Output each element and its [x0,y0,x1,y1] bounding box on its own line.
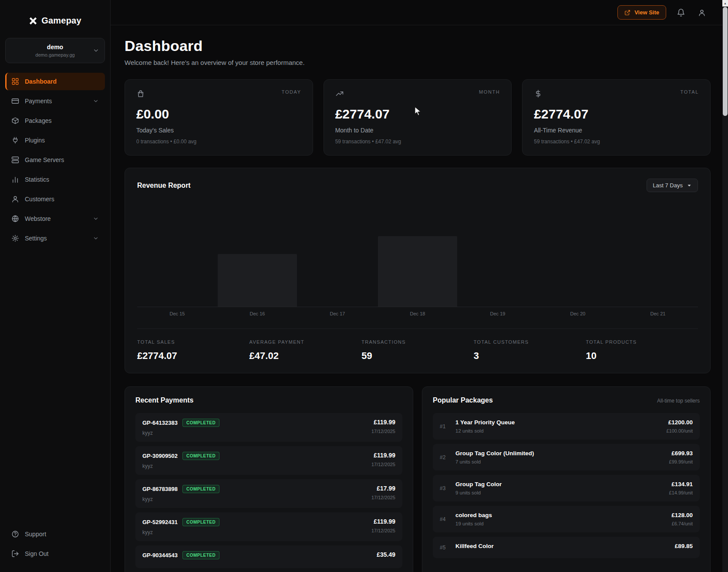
chart-column [377,199,458,307]
payment-status-badge: COMPLETED [182,452,219,460]
bell-icon [677,8,685,17]
summary-total-sales: TOTAL SALES £2774.07 [137,339,249,362]
payment-status-badge: COMPLETED [182,518,219,526]
scrollbar-thumb[interactable] [723,7,728,116]
revenue-chart-bars [137,199,698,307]
summary-value: 3 [474,350,586,362]
chart-tick-label: Dec 16 [217,311,297,316]
payment-id: GP-52992431 [142,519,178,525]
shopping-bag-icon [136,89,145,98]
sidebar-item-webstore[interactable]: Webstore [5,210,105,227]
package-rank: #3 [440,485,448,491]
summary-label: AVERAGE PAYMENT [249,339,362,345]
topbar: View Site [111,0,728,25]
payment-amount: £119.99 [371,419,395,426]
sidebar-item-label: Settings [25,235,47,242]
notifications-button[interactable] [675,7,687,19]
package-name: 1 Year Priority Queue [455,419,515,426]
bar-chart-icon [11,176,19,183]
revenue-summary: TOTAL SALES £2774.07 AVERAGE PAYMENT £47… [137,328,698,362]
payment-status-badge: COMPLETED [182,419,219,427]
chevron-down-icon [93,47,99,54]
chart-tick-label: Dec 15 [137,311,217,316]
bottom-panels: Recent Payments GP-64132383 COMPLETED ky… [125,386,711,572]
date-range-value: Last 7 Days [653,182,683,189]
summary-transactions: TRANSACTIONS 59 [361,339,474,362]
server-icon [11,156,19,164]
stat-cards: TODAY £0.00 Today's Sales 0 transactions… [125,79,711,156]
summary-label: TOTAL CUSTOMERS [474,339,586,345]
payment-row[interactable]: GP-64132383 COMPLETED kyyz £119.99 17/12… [135,413,402,442]
sidebar-item-statistics[interactable]: Statistics [5,171,105,188]
page-title: Dashboard [125,37,711,54]
payment-row[interactable]: GP-52992431 COMPLETED kyyz £119.99 17/12… [135,512,402,541]
summary-label: TOTAL SALES [137,339,249,345]
dollar-sign-icon [534,89,543,98]
sidebar-item-sign-out[interactable]: Sign Out [5,545,105,562]
chevron-down-icon [93,216,99,222]
chart-bar-dec-16 [218,254,297,307]
payment-amount: £119.99 [371,452,395,459]
scrollbar-up-arrow[interactable]: ▲ [722,0,728,7]
user-icon [698,8,706,17]
stat-meta: 59 transactions • £47.02 avg [534,139,699,145]
sidebar-item-plugins[interactable]: Plugins [5,132,105,149]
date-range-dropdown[interactable]: Last 7 Days [647,179,698,192]
popular-packages-list: #1 1 Year Priority Queue 12 units sold £… [433,413,700,558]
sidebar-item-customers[interactable]: Customers [5,190,105,208]
stat-card-total: TOTAL £2774.07 All-Time Revenue 59 trans… [522,79,711,156]
account-button[interactable] [696,7,708,19]
revenue-chart-x-axis: Dec 15Dec 16Dec 17Dec 18Dec 19Dec 20Dec … [137,311,698,316]
page-content: Dashboard Welcome back! Here's an overvi… [111,25,728,572]
sidebar-item-dashboard[interactable]: Dashboard [5,73,105,90]
gear-icon [11,234,19,242]
payment-row[interactable]: GP-86783898 COMPLETED kyyz £17.99 17/12/… [135,479,402,508]
payment-row[interactable]: GP-30909502 COMPLETED kyyz £119.99 17/12… [135,446,402,475]
recent-payments-list: GP-64132383 COMPLETED kyyz £119.99 17/12… [135,413,402,568]
payment-customer: kyyz [142,529,219,535]
page-subtitle: Welcome back! Here's an overview of your… [125,59,711,66]
user-icon [11,195,19,203]
sidebar-item-payments[interactable]: Payments [5,92,105,110]
sidebar-item-label: Customers [25,196,54,203]
package-total-revenue: £128.00 [671,512,693,518]
summary-label: TRANSACTIONS [361,339,474,345]
trending-up-icon [335,89,344,98]
store-selector[interactable]: demo demo.gamepay.gg [5,38,105,63]
sidebar-item-support[interactable]: Support [5,525,105,543]
payment-id: GP-64132383 [142,420,178,426]
stat-meta: 0 transactions • £0.00 avg [136,139,301,145]
summary-value: £47.02 [249,350,362,362]
external-link-icon [624,10,630,16]
package-name: Killfeed Color [455,543,494,549]
sidebar-item-label: Packages [25,117,51,124]
payment-amount: £17.99 [371,485,395,492]
sidebar-item-settings[interactable]: Settings [5,230,105,247]
summary-total-products: TOTAL PRODUCTS 10 [586,339,698,362]
package-units-sold: 9 units sold [455,490,502,495]
payment-row[interactable]: GP-90344543 COMPLETED £35.49 [135,545,402,568]
stat-value: £2774.07 [335,107,500,122]
chart-column [458,199,538,307]
popular-packages-title: Popular Packages [433,396,493,404]
package-row: #3 Group Tag Color 9 units sold £134.91 … [433,475,700,501]
payment-status-badge: COMPLETED [182,551,219,559]
stat-period-tag: TOTAL [681,89,699,95]
payment-date: 17/12/2025 [371,528,395,533]
summary-value: £2774.07 [137,350,249,362]
plug-icon [11,136,19,144]
payment-status-badge: COMPLETED [182,485,219,493]
package-name: colored bags [455,512,492,518]
scrollbar-track[interactable]: ▲ [722,0,728,572]
package-total-revenue: £89.85 [675,543,693,549]
chart-column [297,199,377,307]
brand-name: Gamepay [41,16,81,26]
sidebar-item-packages[interactable]: Packages [5,112,105,129]
store-info: demo demo.gamepay.gg [12,44,98,58]
chevron-down-icon [93,235,99,241]
stat-label: All-Time Revenue [534,127,699,134]
recent-payments-card: Recent Payments GP-64132383 COMPLETED ky… [125,386,413,572]
package-rank: #1 [440,423,448,430]
view-site-button[interactable]: View Site [617,5,666,20]
sidebar-item-game-servers[interactable]: Game Servers [5,151,105,169]
